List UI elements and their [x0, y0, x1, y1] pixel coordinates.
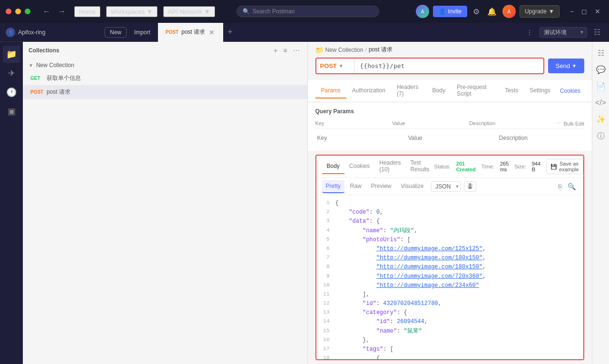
response-status: Status: 201 Created Time: 265 ms Size: 9…: [434, 159, 584, 174]
forward-button[interactable]: →: [55, 6, 69, 17]
code-line: 7 "http://dummyimage.com/180x150",: [316, 254, 584, 263]
restore-icon[interactable]: ◻: [579, 7, 590, 16]
tab-params[interactable]: Params: [315, 83, 346, 98]
post-method-badge: POST: [30, 89, 44, 95]
save-example-button[interactable]: 💾 Save as example: [546, 159, 583, 174]
sidebar-item-get[interactable]: GET 获取单个信息: [23, 71, 307, 85]
sidebar-icon-rail: 📁 ✈ 🕐 ▣: [0, 42, 23, 364]
tab-pre-request[interactable]: Pre-request Script: [451, 80, 499, 102]
sort-collection-button[interactable]: ≡: [281, 46, 289, 55]
info-icon[interactable]: ⓘ: [594, 128, 608, 144]
workspaces-nav[interactable]: Workspaces ▼: [106, 6, 157, 17]
desc-input[interactable]: [497, 133, 584, 143]
resp-preview-tab[interactable]: Preview: [367, 180, 395, 193]
resp-tab-test-results[interactable]: Test Results: [406, 156, 434, 177]
url-input[interactable]: [354, 59, 543, 73]
workspace-user: 👤 Apifox-ring: [6, 28, 101, 37]
search-response-button[interactable]: 🔍: [566, 183, 578, 190]
back-button[interactable]: ←: [40, 6, 53, 17]
more-options-button[interactable]: ⋯: [291, 46, 302, 55]
resp-tab-headers[interactable]: Headers (10): [374, 156, 405, 177]
invite-button[interactable]: 👤 Invite: [433, 6, 467, 17]
active-tab[interactable]: POST post 请求 ✕: [158, 23, 224, 42]
chevron-down-icon: ▼: [147, 8, 153, 15]
response-area: Body Cookies Headers (10) Test Results S…: [315, 155, 585, 360]
document-icon[interactable]: 📄: [593, 79, 609, 94]
tab-authorization[interactable]: Authorization: [346, 83, 391, 98]
comment-icon[interactable]: 💬: [593, 62, 609, 77]
resp-visualize-tab[interactable]: Visualize: [397, 180, 428, 193]
user-avatar: A: [502, 5, 516, 18]
breadcrumb: 📁 New Collection / post 请求: [308, 42, 592, 58]
json-format-selector[interactable]: JSON: [431, 181, 461, 192]
environments-icon[interactable]: ✈: [3, 65, 20, 82]
collection-icon: 📁: [315, 46, 324, 54]
code-line: 9 "http://dummyimage.com/720x360",: [316, 272, 584, 281]
request-box: POST ▼: [315, 58, 544, 74]
code-line: 6 "http://dummyimage.com/125x125",: [316, 245, 584, 254]
add-tab-button[interactable]: +: [224, 23, 236, 42]
home-nav[interactable]: Home: [74, 6, 100, 17]
method-select[interactable]: POST ▼: [316, 59, 354, 73]
query-params-title: Query Params: [315, 108, 585, 115]
copy-response-button[interactable]: ⎘: [556, 183, 564, 190]
send-button[interactable]: Send ▼: [548, 59, 584, 73]
settings-icon[interactable]: ⚙: [471, 5, 481, 18]
code-line: 18 {: [316, 354, 584, 359]
user-icon: 👤: [6, 28, 15, 37]
code-icon[interactable]: </>: [592, 96, 609, 110]
new-button[interactable]: New: [105, 27, 127, 38]
env-selector[interactable]: 测试环境: [540, 27, 587, 38]
magic-icon[interactable]: ✨: [593, 112, 609, 127]
os-window-controls: − ◻ ✕: [567, 7, 603, 16]
collection-item[interactable]: ▼ New Collection: [23, 59, 307, 71]
key-input[interactable]: [315, 133, 403, 143]
sidebar-item-post[interactable]: POST post 请求: [23, 85, 307, 99]
history-icon[interactable]: 🕐: [3, 84, 20, 101]
more-icon: ⋯: [557, 120, 562, 127]
nav-arrows: ← →: [40, 6, 69, 17]
tab-settings[interactable]: Settings: [524, 83, 556, 98]
close-icon[interactable]: ✕: [592, 7, 603, 16]
upgrade-button[interactable]: Upgrade ▼: [520, 5, 560, 18]
code-line: 16 },: [316, 336, 584, 345]
titlebar: ← → Home Workspaces ▼ API Network ▼ 🔍 Se…: [0, 0, 609, 23]
close-window-button[interactable]: [6, 9, 11, 14]
tabs-area: POST post 请求 ✕ + ⋮: [158, 23, 536, 42]
resp-tab-body[interactable]: Body: [322, 159, 344, 174]
get-method-badge: GET: [30, 76, 44, 81]
code-line: 15 "name": "鼠辈": [316, 327, 584, 336]
tab-headers[interactable]: Headers (7): [391, 80, 427, 102]
bell-icon[interactable]: 🔔: [485, 5, 499, 18]
search-bar[interactable]: 🔍 Search Postman: [236, 6, 379, 17]
collections-icon[interactable]: 📁: [3, 46, 20, 63]
api-network-nav[interactable]: API Network ▼: [163, 6, 215, 17]
minimize-window-button[interactable]: [15, 9, 21, 14]
resp-tab-cookies[interactable]: Cookies: [344, 159, 374, 174]
code-line: 13 "category": {: [316, 308, 584, 317]
params-table: Key Value Description ⋯ Bulk Edit: [315, 118, 585, 145]
tab-close-button[interactable]: ✕: [208, 29, 216, 36]
tab-body[interactable]: Body: [427, 83, 451, 98]
resp-pretty-tab[interactable]: Pretty: [322, 180, 344, 193]
col-value-header: Value: [392, 120, 465, 127]
more-tabs-button[interactable]: ⋮: [523, 23, 536, 42]
code-line: 2 "code": 0,: [316, 208, 584, 217]
tab-name: post 请求: [181, 28, 205, 36]
value-input[interactable]: [406, 133, 493, 143]
maximize-window-button[interactable]: [25, 9, 30, 14]
chevron-down-icon: ▼: [549, 8, 554, 15]
query-params-section: Query Params Key Value Description ⋯ Bul…: [308, 102, 592, 151]
code-line: 11 ],: [316, 290, 584, 299]
import-button[interactable]: Import: [130, 28, 154, 37]
filter-button[interactable]: ⛇: [464, 181, 476, 192]
right-panel-icon[interactable]: ☷: [595, 46, 607, 60]
apps-icon[interactable]: ▣: [3, 103, 20, 120]
tab-tests[interactable]: Tests: [499, 83, 524, 98]
resp-raw-tab[interactable]: Raw: [346, 180, 365, 193]
cookies-link[interactable]: Cookies: [556, 84, 584, 98]
grid-icon[interactable]: ☷: [591, 28, 603, 37]
minimize-icon[interactable]: −: [567, 7, 577, 16]
params-row: [315, 131, 585, 145]
add-collection-button[interactable]: +: [272, 46, 279, 55]
